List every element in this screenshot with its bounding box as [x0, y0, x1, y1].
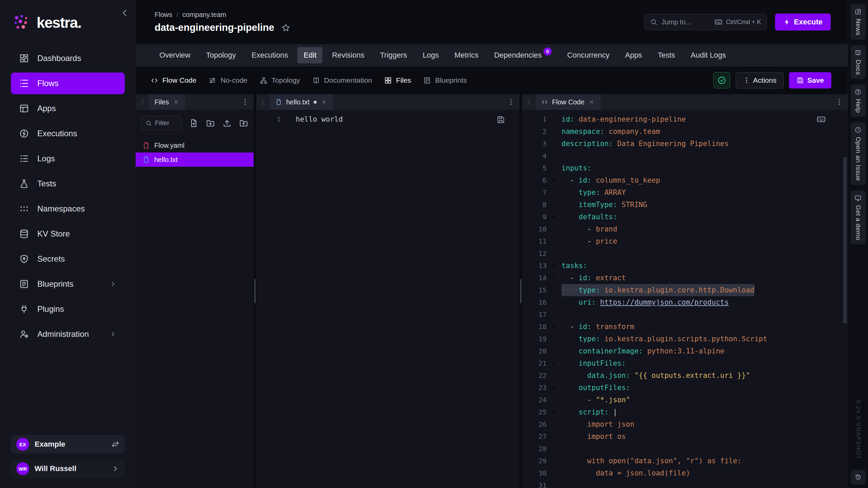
tenant-switcher[interactable]: EX Example	[11, 435, 125, 453]
code-line[interactable]: 25 script: |	[522, 406, 848, 418]
new-file-button[interactable]	[189, 119, 198, 128]
filter-input[interactable]: Filter	[141, 116, 182, 130]
flow-code-body[interactable]: 1id: data-engineering-pipeline2namespace…	[522, 110, 848, 488]
sidebar-item-blueprints[interactable]: Blueprints	[11, 273, 125, 295]
rail-open-an-issue[interactable]: Open an Issue	[851, 122, 866, 185]
sidebar-item-tests[interactable]: Tests	[11, 173, 125, 195]
close-icon[interactable]	[589, 99, 595, 105]
text-editor-body[interactable]: 1hello world	[256, 110, 519, 488]
code-line[interactable]: 7 type: ARRAY	[522, 186, 848, 199]
editor-save-icon[interactable]	[496, 115, 505, 124]
toolbar-item-files[interactable]: Files	[384, 76, 411, 84]
code-line[interactable]: 23 outputFiles:	[522, 382, 848, 394]
rail-get-a-demo[interactable]: Get a demo	[851, 190, 866, 244]
toolbar-item-blueprints[interactable]: Blueprints	[423, 76, 467, 84]
code-line[interactable]: 5inputs:	[522, 162, 848, 174]
breadcrumb-flows[interactable]: Flows	[155, 11, 172, 19]
code-line[interactable]: 28	[522, 443, 848, 455]
fold-icon[interactable]	[547, 263, 561, 269]
editor-keyboard-icon[interactable]	[816, 115, 826, 124]
sidebar-item-executions[interactable]: Executions	[11, 123, 125, 144]
validation-status-button[interactable]	[713, 72, 730, 88]
code-line[interactable]: 22 data.json: "{{ outputs.extract.uri }}…	[522, 369, 848, 382]
fold-icon[interactable]	[547, 214, 561, 220]
tab-topology[interactable]: Topology	[200, 47, 242, 63]
code-line[interactable]: 14 - id: extract	[522, 272, 848, 284]
tab-triggers[interactable]: Triggers	[374, 47, 413, 63]
code-line[interactable]: 10 - brand	[522, 223, 848, 235]
fold-icon[interactable]	[547, 275, 561, 281]
tab-concurrency[interactable]: Concurrency	[561, 47, 616, 63]
code-line[interactable]: 4	[522, 150, 848, 162]
code-line[interactable]: 15····type: io.kestra.plugin.core.http.D…	[522, 284, 848, 296]
user-menu[interactable]: WR Will Russell	[11, 460, 125, 478]
hello-txt-tab[interactable]: hello.txt	[270, 94, 333, 110]
close-icon[interactable]	[173, 99, 179, 105]
code-line[interactable]: 17	[522, 308, 848, 321]
code-line[interactable]: 26 import json	[522, 418, 848, 430]
sidebar-item-plugins[interactable]: Plugins	[11, 298, 125, 320]
code-line[interactable]: 11 - price	[522, 235, 848, 247]
code-line[interactable]: 24 - "*.json"	[522, 394, 848, 406]
history-button[interactable]	[851, 470, 866, 485]
code-line[interactable]: 1hello world	[256, 113, 519, 125]
code-line[interactable]: 6 - id: columns_to_keep	[522, 174, 848, 186]
tab-edit[interactable]: Edit	[297, 47, 322, 63]
sidebar-item-secrets[interactable]: Secrets	[11, 248, 125, 270]
drag-grip-icon[interactable]	[260, 98, 267, 106]
new-folder-button[interactable]	[206, 119, 215, 128]
execute-button[interactable]: Execute	[775, 14, 831, 30]
save-button[interactable]: Save	[789, 72, 831, 88]
jump-to-search-input[interactable]: Jump to... Ctrl/Cmd + K	[644, 14, 767, 30]
rail-news[interactable]: News	[851, 4, 866, 40]
tab-apps[interactable]: Apps	[619, 47, 648, 63]
sidebar-item-dashboards[interactable]: Dashboards	[11, 47, 125, 69]
tab-executions[interactable]: Executions	[245, 47, 294, 63]
panel-splitter[interactable]	[254, 94, 256, 488]
code-line[interactable]: 21 inputFiles:	[522, 357, 848, 369]
code-line[interactable]: 2namespace: company.team	[522, 125, 848, 138]
code-line[interactable]: 1id: data-engineering-pipeline	[522, 113, 848, 125]
tab-dependencies[interactable]: Dependencies 0	[488, 47, 558, 63]
tab-revisions[interactable]: Revisions	[326, 47, 370, 63]
sidebar-item-logs[interactable]: Logs	[11, 148, 125, 169]
toolbar-item-no-code[interactable]: No-code	[209, 76, 247, 84]
code-line[interactable]: 12	[522, 247, 848, 260]
tab-tests[interactable]: Tests	[652, 47, 681, 63]
sidebar-collapse-button[interactable]	[119, 7, 130, 18]
code-line[interactable]: 31	[522, 479, 848, 488]
tab-overview[interactable]: Overview	[153, 47, 197, 63]
code-line[interactable]: 8 itemType: STRING	[522, 199, 848, 211]
fold-icon[interactable]	[547, 360, 561, 366]
breadcrumb-namespace[interactable]: company.team	[182, 11, 226, 19]
file-item-hello-txt[interactable]: hello.txt	[136, 152, 254, 167]
code-line[interactable]: 9 defaults:	[522, 211, 848, 223]
sidebar-item-flows[interactable]: Flows	[11, 73, 125, 94]
code-line[interactable]: 27 import os	[522, 430, 848, 443]
toolbar-item-documentation[interactable]: Documentation	[312, 76, 372, 84]
fold-icon[interactable]	[547, 385, 561, 391]
code-line[interactable]: 29 with open("data.json", "r") as file:	[522, 455, 848, 467]
code-line[interactable]: 13tasks:	[522, 260, 848, 272]
tab-audit-logs[interactable]: Audit Logs	[685, 47, 732, 63]
fold-icon[interactable]	[547, 165, 561, 171]
tab-metrics[interactable]: Metrics	[448, 47, 485, 63]
actions-button[interactable]: Actions	[736, 72, 784, 88]
import-folder-button[interactable]	[239, 119, 248, 128]
favorite-star-icon[interactable]	[281, 23, 291, 33]
fold-icon[interactable]	[547, 324, 561, 330]
code-line[interactable]: 16 uri: https://dummyjson.com/products	[522, 296, 848, 308]
kebab-menu-icon[interactable]	[835, 98, 843, 106]
sidebar-item-kv-store[interactable]: KV Store	[11, 223, 125, 245]
toolbar-item-topology[interactable]: Topology	[260, 76, 300, 84]
code-line[interactable]: 19 type: io.kestra.plugin.scripts.python…	[522, 333, 848, 345]
rail-help[interactable]: Help	[851, 84, 866, 117]
fold-icon[interactable]	[547, 177, 561, 183]
file-item-flow-yaml[interactable]: Flow.yaml	[136, 138, 254, 152]
close-icon[interactable]	[321, 99, 327, 105]
rail-docs[interactable]: Docs	[851, 45, 866, 79]
code-line[interactable]: 18 - id: transform	[522, 321, 848, 333]
files-tab[interactable]: Files	[149, 94, 185, 110]
import-file-button[interactable]	[222, 119, 232, 128]
kebab-menu-icon[interactable]	[241, 98, 249, 106]
